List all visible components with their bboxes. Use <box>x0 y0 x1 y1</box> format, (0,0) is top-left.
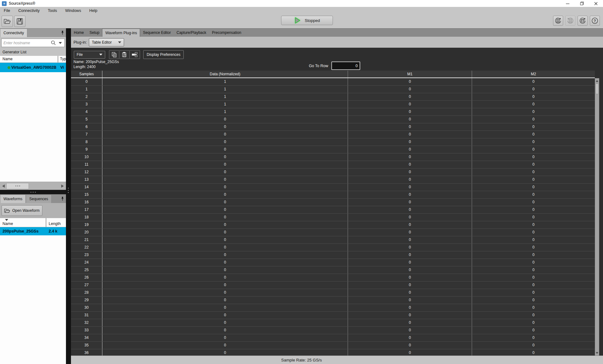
scroll-left-icon[interactable] <box>1 183 6 189</box>
table-cell[interactable]: 0 <box>348 78 472 85</box>
table-cell[interactable]: 32 <box>71 319 102 326</box>
table-row[interactable]: 17000 <box>71 206 595 214</box>
table-row[interactable]: 0100 <box>71 78 595 86</box>
header-m2[interactable]: M2 <box>472 71 595 78</box>
table-cell[interactable]: 30 <box>71 304 102 311</box>
table-vscrollbar[interactable] <box>595 78 599 356</box>
menu-windows[interactable]: Windows <box>65 8 81 13</box>
table-cell[interactable]: 0 <box>102 319 348 326</box>
marker-button[interactable] <box>130 50 140 59</box>
header-data-normalized[interactable]: Data (Normalized) <box>102 71 348 78</box>
table-cell[interactable]: 18 <box>71 214 102 221</box>
table-row[interactable]: 25000 <box>71 266 595 274</box>
table-row[interactable]: 13000 <box>71 176 595 184</box>
table-cell[interactable]: 0 <box>472 214 595 221</box>
table-cell[interactable]: 0 <box>102 342 348 349</box>
table-cell[interactable]: 0 <box>348 206 472 213</box>
table-cell[interactable]: 0 <box>472 176 595 183</box>
table-cell[interactable]: 0 <box>472 312 595 319</box>
header-samples[interactable]: Samples <box>71 71 102 78</box>
table-cell[interactable]: 0 <box>348 304 472 311</box>
table-cell[interactable]: 0 <box>472 161 595 168</box>
table-cell[interactable]: 11 <box>71 161 102 168</box>
table-cell[interactable]: 0 <box>472 191 595 198</box>
table-cell[interactable]: 10 <box>71 153 102 161</box>
table-cell[interactable]: 0 <box>472 251 595 259</box>
connectivity-hscrollbar[interactable] <box>0 182 66 190</box>
generator-col-type[interactable]: Typ <box>58 56 66 62</box>
restore-button[interactable] <box>575 0 589 7</box>
table-cell[interactable]: 1 <box>102 108 348 115</box>
table-cell[interactable]: 0 <box>102 312 348 319</box>
plugin-dropdown[interactable]: Table Editor <box>89 38 124 46</box>
waveform-col-length[interactable]: Length <box>46 218 66 227</box>
minimize-button[interactable] <box>561 0 575 7</box>
table-cell[interactable]: 0 <box>348 281 472 289</box>
table-cell[interactable]: 0 <box>102 131 348 138</box>
table-row[interactable]: 29000 <box>71 297 595 304</box>
table-cell[interactable]: 0 <box>102 214 348 221</box>
table-cell[interactable]: 26 <box>71 274 102 281</box>
table-cell[interactable]: 0 <box>472 274 595 281</box>
table-cell[interactable]: 0 <box>102 153 348 161</box>
table-cell[interactable]: 3 <box>71 101 102 108</box>
table-cell[interactable]: 0 <box>348 176 472 183</box>
table-cell[interactable]: 0 <box>102 206 348 213</box>
table-cell[interactable]: 0 <box>348 101 472 108</box>
table-cell[interactable]: 4 <box>71 108 102 115</box>
table-cell[interactable]: 8 <box>71 138 102 146</box>
open-file-button[interactable] <box>2 16 13 27</box>
table-cell[interactable]: 0 <box>472 244 595 251</box>
table-cell[interactable]: 0 <box>348 334 472 341</box>
table-row[interactable]: 1100 <box>71 86 595 93</box>
table-cell[interactable]: 1 <box>71 86 102 93</box>
table-row[interactable]: 18000 <box>71 214 595 221</box>
table-cell[interactable]: 0 <box>348 297 472 304</box>
table-cell[interactable]: 0 <box>472 266 595 274</box>
table-cell[interactable]: 0 <box>102 281 348 289</box>
table-cell[interactable]: 0 <box>102 236 348 244</box>
table-cell[interactable]: 0 <box>472 93 595 100</box>
table-cell[interactable]: 0 <box>472 297 595 304</box>
table-cell[interactable]: 0 <box>102 146 348 153</box>
menu-file[interactable]: File <box>4 8 10 13</box>
table-cell[interactable]: 0 <box>472 199 595 206</box>
tab-capture-playback[interactable]: Capture/Playback <box>174 29 209 37</box>
table-cell[interactable]: 0 <box>102 334 348 341</box>
table-cell[interactable]: 0 <box>472 221 595 228</box>
table-cell[interactable]: 0 <box>71 78 102 85</box>
table-cell[interactable]: 0 <box>348 327 472 334</box>
table-row[interactable]: 22000 <box>71 244 595 251</box>
table-cell[interactable]: 0 <box>348 319 472 326</box>
table-cell[interactable]: 2 <box>71 93 102 100</box>
table-cell[interactable]: 0 <box>348 116 472 123</box>
table-cell[interactable]: 0 <box>472 108 595 115</box>
table-cell[interactable]: 0 <box>348 221 472 228</box>
tab-waveforms[interactable]: Waveforms <box>0 195 26 203</box>
table-cell[interactable]: 15 <box>71 191 102 198</box>
table-row[interactable]: 35000 <box>71 342 595 349</box>
table-cell[interactable]: 27 <box>71 281 102 289</box>
pin-icon[interactable] <box>61 196 64 201</box>
table-row[interactable]: 6000 <box>71 123 595 131</box>
table-row[interactable]: 21000 <box>71 236 595 244</box>
table-cell[interactable]: 0 <box>348 131 472 138</box>
table-cell[interactable]: 33 <box>71 327 102 334</box>
table-row[interactable]: 27000 <box>71 281 595 289</box>
table-cell[interactable]: 0 <box>472 327 595 334</box>
table-cell[interactable]: 0 <box>102 191 348 198</box>
table-cell[interactable]: 0 <box>102 304 348 311</box>
table-row[interactable]: 7000 <box>71 131 595 138</box>
goto-row-input[interactable] <box>331 62 360 70</box>
tab-home[interactable]: Home <box>71 29 87 37</box>
reset-layout-button[interactable] <box>578 16 588 26</box>
table-cell[interactable]: 36 <box>71 349 102 356</box>
table-row[interactable]: 23000 <box>71 251 595 259</box>
table-cell[interactable]: 0 <box>102 244 348 251</box>
table-cell[interactable]: 0 <box>348 93 472 100</box>
table-cell[interactable]: 1 <box>102 86 348 93</box>
table-cell[interactable]: 0 <box>472 78 595 85</box>
table-cell[interactable]: 0 <box>472 304 595 311</box>
table-cell[interactable]: 0 <box>472 229 595 236</box>
table-row[interactable]: 3100 <box>71 101 595 108</box>
